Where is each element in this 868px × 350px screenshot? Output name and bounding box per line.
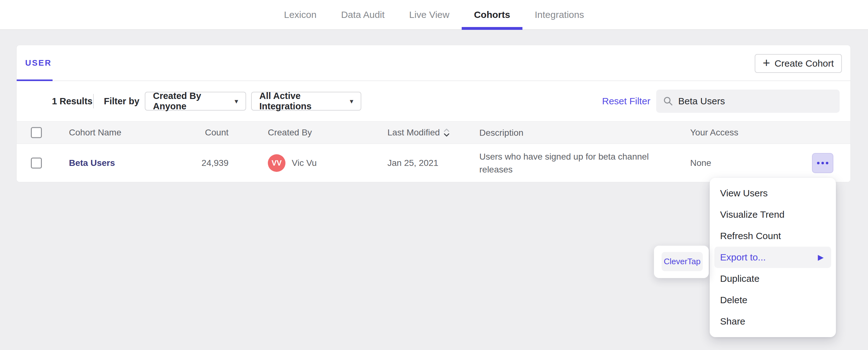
created-by-name: Vic Vu <box>292 158 317 168</box>
tab-data-audit[interactable]: Data Audit <box>329 0 397 29</box>
more-actions-button[interactable] <box>812 153 833 173</box>
plus-icon: + <box>763 57 770 69</box>
create-cohort-button[interactable]: + Create Cohort <box>755 54 842 73</box>
row-checkbox[interactable] <box>31 158 42 168</box>
submenu-arrow-icon: ▶ <box>818 253 824 262</box>
tab-user[interactable]: USER <box>17 45 53 80</box>
more-icon <box>822 162 824 164</box>
header-last-modified-label: Last Modified <box>388 128 440 138</box>
tab-lexicon[interactable]: Lexicon <box>272 0 329 29</box>
search-input[interactable] <box>678 96 833 106</box>
cohorts-card: USER + Create Cohort 1 Results Filter by… <box>17 45 851 182</box>
header-created-by: Created By <box>268 128 312 138</box>
menu-item-share[interactable]: Share <box>714 311 831 332</box>
tab-integrations-label: Integrations <box>535 9 584 20</box>
menu-item-refresh-count[interactable]: Refresh Count <box>714 225 831 247</box>
table-header: Cohort Name Count Created By Last Modifi… <box>17 121 850 144</box>
top-nav: Lexicon Data Audit Live View Cohorts Int… <box>0 0 868 30</box>
header-last-modified[interactable]: Last Modified <box>388 127 450 138</box>
tab-cohorts[interactable]: Cohorts <box>462 0 522 29</box>
search-icon <box>663 96 673 106</box>
cohort-description: Users who have signed up for beta channe… <box>479 150 656 176</box>
created-by-dropdown-value: Created By Anyone <box>153 91 229 111</box>
export-submenu: CleverTap <box>654 246 709 278</box>
table-row: Beta Users 24,939 VV Vic Vu Jan 25, 2021… <box>17 144 850 182</box>
more-icon <box>817 162 819 164</box>
tab-cohorts-label: Cohorts <box>474 9 510 20</box>
more-icon <box>826 162 828 164</box>
created-by-dropdown[interactable]: Created By Anyone ▾ <box>145 92 246 111</box>
avatar: VV <box>268 154 285 172</box>
results-count: 1 Results <box>52 96 93 106</box>
filter-bar: 1 Results Filter by Created By Anyone ▾ … <box>17 81 850 121</box>
your-access-value: None <box>690 158 711 168</box>
header-description: Description <box>479 126 656 139</box>
active-tab-underline <box>462 27 522 30</box>
integrations-dropdown-value: All Active Integrations <box>259 91 344 111</box>
menu-item-delete[interactable]: Delete <box>714 289 831 311</box>
header-count: Count <box>155 128 228 138</box>
tab-live-view[interactable]: Live View <box>397 0 462 29</box>
row-context-menu: View Users Visualize Trend Refresh Count… <box>710 178 836 337</box>
card-tabs-row: USER + Create Cohort <box>17 45 850 81</box>
cohort-count: 24,939 <box>155 158 228 168</box>
header-cohort-name: Cohort Name <box>69 128 122 138</box>
header-your-access: Your Access <box>690 128 738 138</box>
menu-item-visualize-trend[interactable]: Visualize Trend <box>714 204 831 225</box>
select-all-checkbox[interactable] <box>31 127 42 138</box>
create-cohort-label: Create Cohort <box>775 58 834 69</box>
tab-lexicon-label: Lexicon <box>284 9 316 20</box>
sort-icon <box>443 127 450 138</box>
cohorts-page: Lexicon Data Audit Live View Cohorts Int… <box>0 0 868 350</box>
last-modified-date: Jan 25, 2021 <box>388 158 438 168</box>
integrations-dropdown[interactable]: All Active Integrations ▾ <box>251 92 361 111</box>
caret-down-icon: ▾ <box>350 97 353 105</box>
tab-user-label: USER <box>25 58 52 68</box>
tab-live-view-label: Live View <box>409 9 450 20</box>
filter-divider <box>93 94 94 108</box>
search-box <box>656 90 840 113</box>
submenu-item-clevertap[interactable]: CleverTap <box>661 252 703 271</box>
cohort-name-link[interactable]: Beta Users <box>69 158 115 168</box>
menu-item-export-to[interactable]: Export to... ▶ <box>714 247 831 268</box>
menu-item-view-users[interactable]: View Users <box>714 182 831 204</box>
tab-data-audit-label: Data Audit <box>341 9 384 20</box>
caret-down-icon: ▾ <box>235 97 238 105</box>
reset-filter-link[interactable]: Reset Filter <box>602 96 650 106</box>
filter-by-label: Filter by <box>104 96 140 106</box>
tab-integrations[interactable]: Integrations <box>522 0 596 29</box>
menu-item-export-to-label: Export to... <box>720 252 766 262</box>
menu-item-duplicate[interactable]: Duplicate <box>714 268 831 289</box>
